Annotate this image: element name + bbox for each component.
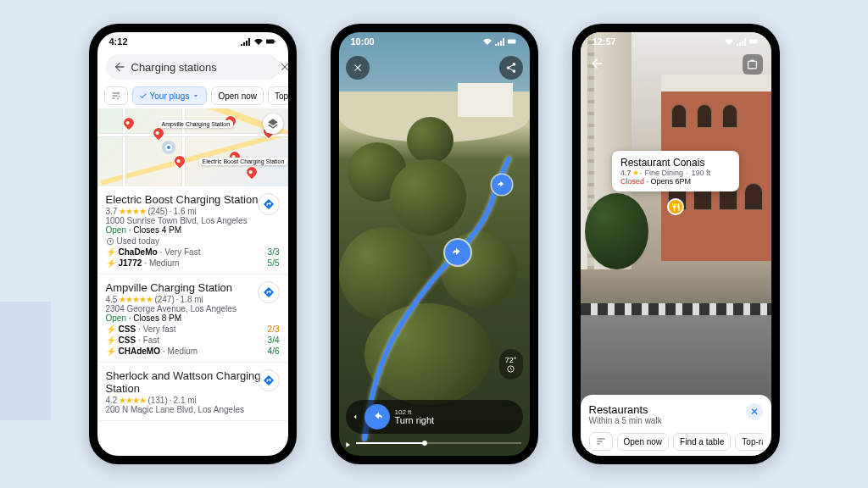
back-button[interactable] bbox=[589, 56, 604, 71]
rating-line: 3.7 ★★★★ (245) ·1.6 mi bbox=[106, 207, 280, 216]
address: 200 N Magic Lane Blvd, Los Angeles bbox=[106, 405, 280, 414]
tree bbox=[585, 193, 648, 269]
timeline-slider[interactable] bbox=[356, 442, 521, 444]
map[interactable]: Ampville Charging Station Electric Boost… bbox=[97, 108, 288, 186]
connector-row: ⚡ J1772 · Medium 5/5 bbox=[106, 258, 280, 268]
hours: Open · Closes 4 PM bbox=[106, 225, 280, 235]
filter-tune-button[interactable] bbox=[104, 86, 128, 105]
battery-icon bbox=[749, 37, 760, 46]
connector-row: ⚡CSS · Very fast 2/3 bbox=[106, 324, 280, 334]
nav-distance: 102 ft bbox=[395, 409, 435, 416]
place-name: Restaurant Conais bbox=[620, 157, 731, 169]
status-bar: 4:12 bbox=[97, 32, 288, 51]
search-input[interactable] bbox=[131, 61, 274, 74]
sheet-subtitle: Within a 5 min walk bbox=[589, 416, 763, 425]
directions-button[interactable] bbox=[258, 369, 280, 391]
battery-icon bbox=[266, 37, 276, 46]
connector-row: ⚡CSS · Fast 3/4 bbox=[106, 336, 280, 345]
clock-icon bbox=[106, 237, 114, 246]
sheet-title: Restaurants bbox=[589, 403, 763, 416]
share-button[interactable] bbox=[499, 56, 523, 80]
battery-icon bbox=[508, 37, 518, 46]
svg-rect-3 bbox=[508, 39, 515, 43]
map-pin[interactable] bbox=[171, 152, 188, 169]
status-icons bbox=[724, 37, 760, 46]
place-hours: Closed · Opens 6PM bbox=[620, 177, 731, 186]
back-arrow-icon[interactable] bbox=[113, 59, 126, 75]
wifi-icon bbox=[253, 37, 264, 46]
play-button[interactable] bbox=[343, 441, 352, 449]
result-item[interactable]: Ampville Charging Station 4.5 ★★★★★ (247… bbox=[97, 274, 288, 363]
close-button[interactable] bbox=[346, 56, 370, 80]
route-turn-marker bbox=[445, 240, 470, 265]
used-info: Used today bbox=[106, 236, 280, 246]
clear-icon[interactable] bbox=[279, 59, 288, 75]
sheet-filter-row: Open now Find a table Top-rated More bbox=[589, 432, 763, 451]
status-icons bbox=[482, 37, 518, 46]
bolt-icon: ⚡ bbox=[106, 258, 116, 268]
cellular-icon bbox=[241, 37, 251, 46]
rating-line: 4.5 ★★★★★ (247) ·1.8 mi bbox=[106, 295, 280, 304]
map-label[interactable]: Electric Boost Charging Station bbox=[199, 158, 288, 165]
wifi-icon bbox=[724, 37, 734, 46]
wifi-icon bbox=[482, 37, 492, 46]
connector-row: ⚡CHAdeMO · Medium 4/6 bbox=[106, 347, 280, 356]
route-path bbox=[339, 32, 530, 456]
layers-button[interactable] bbox=[263, 114, 283, 134]
result-item[interactable]: Sherlock and Wattson Charging Station 4.… bbox=[97, 363, 288, 421]
svg-rect-5 bbox=[749, 39, 757, 43]
map-pin[interactable] bbox=[243, 164, 260, 180]
chip-open-now[interactable]: Open now bbox=[211, 86, 264, 105]
map-toggle-button[interactable] bbox=[743, 54, 763, 75]
status-bar: 12:57 bbox=[581, 32, 771, 51]
directions-button[interactable] bbox=[258, 281, 280, 303]
address: 2304 George Avenue, Los Angeles bbox=[106, 304, 280, 313]
current-location-dot bbox=[165, 144, 172, 151]
clock: 10:00 bbox=[351, 36, 375, 47]
road bbox=[581, 303, 771, 396]
svg-rect-1 bbox=[274, 41, 275, 42]
chip-your-plugs[interactable]: Your plugs bbox=[132, 86, 208, 105]
chip-label: Your plugs bbox=[150, 92, 190, 101]
sheet-close-button[interactable]: ✕ bbox=[746, 403, 763, 420]
temperature: 72° bbox=[505, 356, 517, 364]
rating-line: 4.2 ★★★★ (131) ·2.1 mi bbox=[106, 396, 280, 405]
result-item[interactable]: Electric Boost Charging Station 3.7 ★★★★… bbox=[97, 186, 288, 274]
chevron-left-icon[interactable] bbox=[351, 413, 359, 421]
filter-chips: Your plugs Open now Top rated bbox=[97, 83, 288, 108]
status-icons bbox=[241, 37, 276, 46]
result-title: Ampville Charging Station bbox=[106, 281, 280, 294]
clock: 12:57 bbox=[593, 36, 616, 47]
map-label[interactable]: Ampville Charging Station bbox=[159, 120, 234, 128]
chip-open-now[interactable]: Open now bbox=[617, 433, 670, 451]
nav-instruction-bar[interactable]: 102 ft Turn right bbox=[346, 400, 523, 434]
results-list: Electric Boost Charging Station 3.7 ★★★★… bbox=[97, 186, 288, 456]
status-bar: 10:00 bbox=[339, 32, 530, 51]
bolt-icon: ⚡ bbox=[106, 247, 116, 257]
directions-button[interactable] bbox=[258, 193, 280, 215]
bottom-sheet[interactable]: ✕ Restaurants Within a 5 min walk Open n… bbox=[581, 395, 771, 456]
place-meta: 4.7 ★ · Fine Dining · 190 ft bbox=[620, 169, 731, 177]
street-view[interactable] bbox=[581, 32, 771, 456]
place-info-card[interactable]: Restaurant Conais 4.7 ★ · Fine Dining · … bbox=[612, 151, 739, 191]
address: 1000 Sunrise Town Blvd, Los Angeles bbox=[106, 216, 280, 225]
clock-icon bbox=[506, 364, 515, 374]
svg-rect-0 bbox=[266, 39, 274, 43]
search-bar[interactable] bbox=[106, 54, 280, 80]
immersive-view[interactable] bbox=[339, 32, 530, 456]
clock: 4:12 bbox=[109, 36, 128, 47]
weather-badge[interactable]: 72° bbox=[499, 349, 523, 380]
chip-top-rated[interactable]: Top rated bbox=[268, 86, 288, 105]
filter-tune-button[interactable] bbox=[589, 432, 613, 451]
chip-top-rated[interactable]: Top-rated bbox=[735, 433, 762, 451]
result-title: Electric Boost Charging Station bbox=[106, 193, 280, 206]
restaurant-icon bbox=[671, 202, 681, 212]
chip-find-table[interactable]: Find a table bbox=[673, 433, 731, 451]
route-turn-marker bbox=[492, 175, 512, 195]
phone-live-view: 12:57 Restaurant Conais 4.7 ★ · Fine Din… bbox=[572, 24, 780, 464]
poi-marker[interactable] bbox=[667, 198, 684, 215]
nav-instruction: Turn right bbox=[395, 416, 435, 425]
cellular-icon bbox=[737, 37, 747, 46]
result-title: Sherlock and Wattson Charging Station bbox=[106, 369, 280, 395]
hours: Open · Closes 8 PM bbox=[106, 313, 280, 323]
